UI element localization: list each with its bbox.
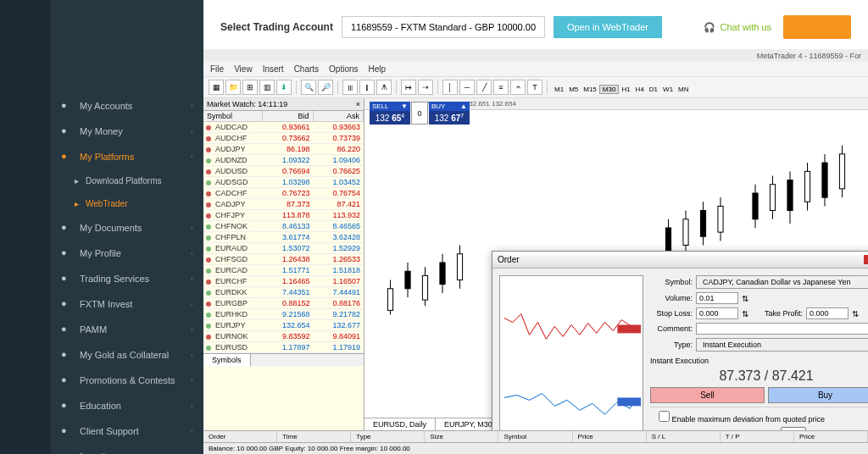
deviation-checkbox[interactable]: Enable maximum deviation from quoted pri…: [659, 415, 825, 424]
watch-row[interactable]: EURGBP0.881520.88176: [203, 298, 364, 309]
watch-row[interactable]: CHFPLN3.617743.62428: [203, 232, 364, 243]
menu-insert[interactable]: Insert: [263, 64, 284, 74]
sidebar-item-promotions-contests[interactable]: ● Promotions & Contests‹: [51, 368, 203, 393]
tp-input[interactable]: [806, 307, 849, 319]
arrow-icon: ▸: [75, 199, 79, 208]
watch-tab-symbols[interactable]: Symbols: [203, 354, 251, 366]
sidebar-item-trading-services[interactable]: ● Trading Services‹: [51, 266, 203, 291]
sidebar-item-my-gold-as-collateral[interactable]: ● My Gold as Collateral‹: [51, 342, 203, 368]
columns-button[interactable]: ▥: [259, 80, 275, 95]
sidebar-item-my-accounts[interactable]: ● My Accounts‹: [51, 93, 203, 119]
account-select[interactable]: [342, 16, 545, 38]
menu-charts[interactable]: Charts: [294, 64, 319, 74]
svg-rect-13: [683, 219, 688, 246]
deviation-input[interactable]: [781, 427, 806, 430]
buy-quote[interactable]: BUY▲ 132 677: [429, 102, 470, 125]
watch-row[interactable]: EURNOK9.835929.84091: [203, 331, 364, 342]
fib-button[interactable]: 𝄐: [510, 80, 526, 95]
tf-M1[interactable]: M1: [552, 86, 566, 93]
line-button[interactable]: ⩚: [376, 80, 392, 95]
scroll-button[interactable]: ↦: [401, 80, 416, 95]
sidebar-item-my-platforms[interactable]: ● My Platforms‹: [51, 144, 203, 169]
watch-row[interactable]: CADJPY87.37387.421: [203, 199, 364, 210]
tf-H4[interactable]: H4: [633, 86, 647, 93]
trendline-button[interactable]: ╱: [476, 80, 492, 95]
sidebar-item-pamm[interactable]: ● PAMM‹: [51, 317, 203, 342]
watch-row[interactable]: EURJPY132.654132.677: [203, 320, 364, 331]
order-button[interactable]: ⬇: [276, 80, 292, 95]
gold-icon: ●: [61, 349, 73, 361]
watch-row[interactable]: CADCHF0.767230.76754: [203, 188, 364, 199]
menu-help[interactable]: Help: [369, 64, 387, 74]
status-bar: Balance: 10 000.00 GBP Equity: 10 000.00…: [203, 442, 868, 454]
zoom-out-button[interactable]: 🔎: [318, 80, 333, 95]
type-select[interactable]: Instant Execution: [696, 338, 868, 352]
volume-input[interactable]: [696, 292, 738, 304]
chevron-left-icon: ‹: [191, 401, 193, 410]
tf-H1[interactable]: H1: [619, 86, 632, 93]
watch-row[interactable]: AUDNZD1.093221.09406: [203, 155, 364, 166]
open-webtrader-button[interactable]: Open in WebTrader: [554, 16, 662, 38]
comment-input[interactable]: [696, 323, 868, 335]
folder-button[interactable]: 📁: [225, 80, 241, 95]
panel-button[interactable]: ⊞: [242, 80, 258, 95]
sidebar-item-my-profile[interactable]: ● My Profile‹: [51, 241, 203, 266]
svg-rect-25: [804, 171, 810, 202]
buy-button[interactable]: Buy: [768, 387, 868, 403]
zoom-in-button[interactable]: 🔍: [301, 80, 316, 95]
sell-button[interactable]: Sell: [650, 387, 765, 403]
sidebar-item-education[interactable]: ● Education‹: [51, 393, 203, 418]
sell-quote[interactable]: SELL▼ 132 654: [370, 102, 410, 125]
new-chart-button[interactable]: ▦: [209, 80, 224, 95]
watch-row[interactable]: EURDKK7.443517.44491: [203, 287, 364, 298]
watch-row[interactable]: CHFNOK8.461338.46565: [203, 221, 364, 232]
star-icon: ●: [61, 374, 73, 386]
chevron-left-icon: ‹: [191, 300, 193, 308]
chart-tab-0[interactable]: EURUSD, Daily: [364, 418, 436, 430]
orders-col: T / P: [721, 431, 794, 442]
menu-file[interactable]: File: [210, 64, 224, 74]
watch-row[interactable]: EURAUD1.530721.52929: [203, 243, 364, 254]
toolbar: ▦ 📁 ⊞ ▥ ⬇ 🔍 🔎 ⫼ ⫿ ⩚ ↦ ⇢ │ ─ ╱ ≡ 𝄐 T M1M5…: [203, 77, 868, 98]
watch-row[interactable]: EURCAD1.517711.51818: [203, 265, 364, 276]
channel-button[interactable]: ≡: [493, 80, 509, 95]
tf-D1[interactable]: D1: [647, 86, 660, 93]
sidebar-item-forextime-com[interactable]: ● forextime.com‹: [51, 444, 203, 454]
watch-row[interactable]: CHFSGD1.264381.26533: [203, 254, 364, 265]
text-button[interactable]: T: [527, 80, 542, 95]
bars-button[interactable]: ⫼: [342, 80, 358, 95]
shift-button[interactable]: ⇢: [418, 80, 433, 95]
tf-W1[interactable]: W1: [660, 86, 676, 93]
sl-input[interactable]: [696, 307, 738, 319]
watch-row[interactable]: CHFJPY113.878113.932: [203, 210, 364, 221]
sidebar-item-fxtm-invest[interactable]: ● FXTM Invest‹: [51, 291, 203, 317]
watch-row[interactable]: AUDUSD0.766940.76625: [203, 166, 364, 177]
tf-MN[interactable]: MN: [676, 86, 691, 93]
menu-view[interactable]: View: [234, 64, 253, 74]
menu-options[interactable]: Options: [329, 64, 358, 74]
candles-button[interactable]: ⫿: [359, 80, 375, 95]
watch-row[interactable]: AUDJPY86.19886.220: [203, 144, 364, 155]
user-badge[interactable]: [783, 15, 851, 39]
vline-button[interactable]: │: [442, 80, 458, 95]
sidebar-item-download-platforms[interactable]: ▸ Download Platforms: [51, 169, 203, 192]
hline-button[interactable]: ─: [459, 80, 475, 95]
watch-row[interactable]: AUDSGD1.032981.03452: [203, 177, 364, 188]
tf-M5[interactable]: M5: [566, 86, 581, 93]
sidebar-item-webtrader[interactable]: ▸ WebTrader: [51, 192, 203, 215]
sidebar-item-my-money[interactable]: ● My Money‹: [51, 119, 203, 144]
sidebar-item-client-support[interactable]: ● Client Support‹: [51, 418, 203, 444]
sidebar-item-my-documents[interactable]: ● My Documents‹: [51, 215, 203, 241]
watch-row[interactable]: AUDCAD0.936610.93663: [203, 122, 364, 133]
symbol-select[interactable]: CADJPY, Canadian Dollar vs Japanese Yen: [696, 275, 868, 289]
watch-row[interactable]: EURUSD1.178971.17919: [203, 342, 364, 353]
tf-M15[interactable]: M15: [581, 86, 599, 93]
close-dialog-button[interactable]: ×: [864, 255, 868, 264]
watch-row[interactable]: EURCHF1.164651.16507: [203, 276, 364, 287]
close-icon[interactable]: ×: [356, 100, 360, 108]
tf-M30[interactable]: M30: [599, 85, 620, 94]
watch-row[interactable]: EURHKD9.215689.21782: [203, 309, 364, 320]
watch-row[interactable]: AUDCHF0.736620.73739: [203, 133, 364, 144]
svg-rect-21: [770, 185, 775, 211]
chat-link[interactable]: 🎧 Chat with us: [704, 22, 771, 33]
